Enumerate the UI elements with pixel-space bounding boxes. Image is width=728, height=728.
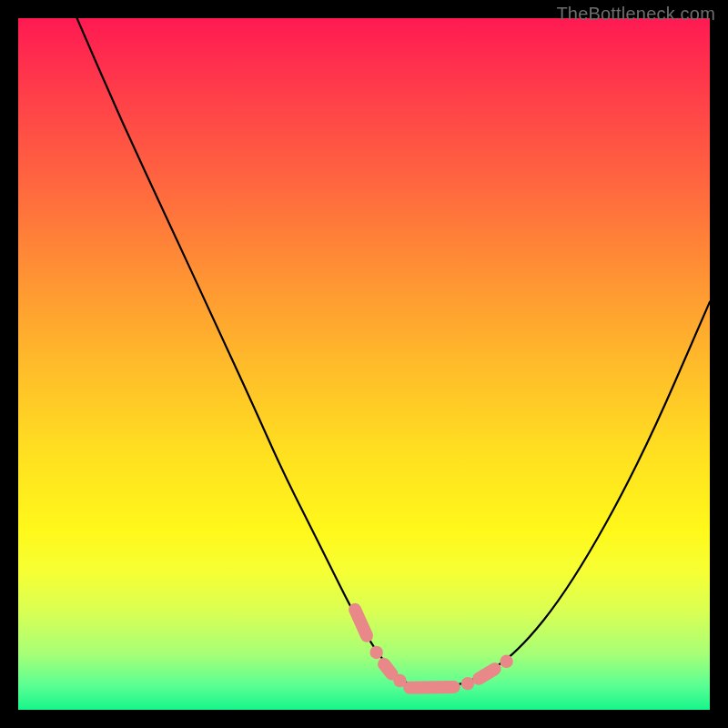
- curve-marker-pill: [410, 687, 454, 688]
- gradient-plot-area: [18, 18, 710, 710]
- curve-marker-dot: [500, 655, 512, 668]
- curve-markers: [355, 610, 513, 691]
- bottleneck-curve: [77, 18, 710, 689]
- chart-svg: [18, 18, 710, 710]
- curve-marker-pill: [355, 610, 367, 636]
- watermark-text: TheBottleneck.com: [556, 4, 715, 25]
- curve-marker-pill: [384, 664, 391, 674]
- curve-marker-dot: [369, 646, 382, 659]
- image-frame: TheBottleneck.com: [0, 0, 728, 728]
- curve-marker-dot: [461, 677, 474, 690]
- curve-marker-pill: [479, 669, 494, 679]
- curve-path: [77, 18, 710, 689]
